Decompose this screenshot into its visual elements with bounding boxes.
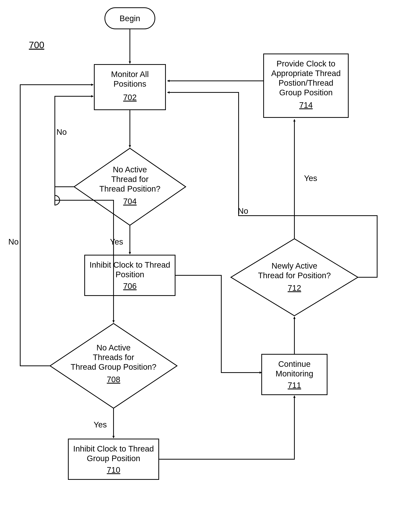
node-706: Inhibit Clock to Thread Position 706 bbox=[85, 255, 175, 296]
n708-line3: Thread Group Position? bbox=[71, 362, 156, 371]
n706-line1: Inhibit Clock to Thread bbox=[89, 260, 170, 269]
n702-line1: Monitor All bbox=[111, 70, 149, 79]
edge-708-no bbox=[20, 85, 93, 366]
n714-line1: Provide Clock to bbox=[276, 59, 335, 68]
n702-line2: Positions bbox=[114, 79, 146, 88]
begin-label: Begin bbox=[119, 14, 140, 23]
label-712-no: No bbox=[238, 207, 248, 215]
label-704-no: No bbox=[56, 127, 67, 137]
label-708-yes: Yes bbox=[94, 420, 107, 429]
n708-line2: Threads for bbox=[93, 353, 134, 362]
n712-line2: Thread for Position? bbox=[258, 271, 331, 280]
n704-line2: Thread for bbox=[111, 175, 149, 184]
n706-ref: 706 bbox=[123, 281, 137, 291]
node-begin: Begin bbox=[105, 8, 155, 29]
n714-line4: Group Position bbox=[279, 88, 333, 97]
n706-line2: Position bbox=[116, 270, 144, 279]
n714-line3: Postion/Thread bbox=[279, 78, 334, 87]
n711-line2: Monitoring bbox=[276, 369, 313, 378]
edge-706-711 bbox=[175, 275, 262, 373]
n704-line3: Thread Position? bbox=[99, 184, 160, 193]
n704-ref: 704 bbox=[123, 197, 137, 206]
n710-ref: 710 bbox=[107, 466, 120, 474]
node-704: No Active Thread for Thread Position? 70… bbox=[74, 148, 186, 225]
n708-ref: 708 bbox=[107, 375, 120, 384]
n711-line1: Continue bbox=[278, 360, 311, 369]
n704-line1: No Active bbox=[113, 165, 147, 174]
n714-line2: Appropriate Thread bbox=[271, 69, 341, 78]
node-714: Provide Clock to Appropriate Thread Post… bbox=[264, 54, 348, 118]
label-704-yes: Yes bbox=[110, 237, 123, 246]
node-711: Continue Monitoring 711 bbox=[262, 354, 327, 395]
n708-line1: No Active bbox=[96, 343, 130, 352]
n712-line1: Newly Active bbox=[271, 261, 317, 270]
node-710: Inhibit Clock to Thread Group Position 7… bbox=[68, 439, 159, 480]
label-712-yes: Yes bbox=[304, 174, 317, 183]
flowchart: 700 Begin Monitor All Positions 702 Prov… bbox=[0, 0, 406, 532]
n710-line2: Group Position bbox=[87, 454, 140, 463]
n714-ref: 714 bbox=[299, 101, 313, 110]
figure-number: 700 bbox=[29, 40, 44, 50]
node-702: Monitor All Positions 702 bbox=[94, 65, 166, 110]
edge-712-no bbox=[167, 92, 377, 277]
edge-710-711 bbox=[159, 396, 294, 459]
n710-line1: Inhibit Clock to Thread bbox=[73, 444, 154, 453]
n712-ref: 712 bbox=[288, 283, 301, 292]
node-708: No Active Threads for Thread Group Posit… bbox=[50, 324, 177, 408]
node-712: Newly Active Thread for Position? 712 bbox=[231, 239, 358, 316]
n702-ref: 702 bbox=[123, 93, 137, 102]
n711-ref: 711 bbox=[288, 381, 301, 390]
label-708-no: No bbox=[8, 237, 19, 246]
